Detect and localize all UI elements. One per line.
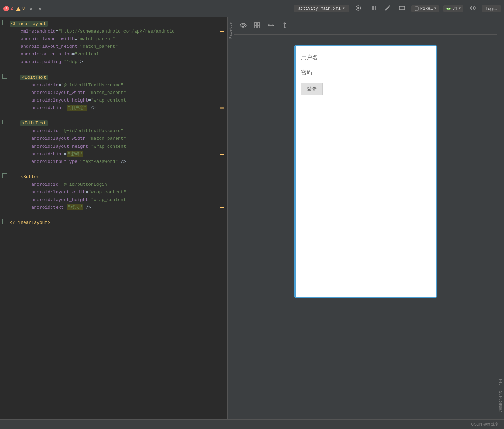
eyedropper-button[interactable]: [382, 3, 393, 14]
attr-value: "wrap_content": [91, 144, 129, 149]
preview-grid-button[interactable]: [251, 20, 263, 32]
attr-value: "wrap_content": [91, 197, 129, 202]
preview-username-input[interactable]: [301, 53, 430, 62]
fold-icon[interactable]: -: [2, 173, 7, 178]
line-content: android:layout_height="wrap_content": [10, 97, 227, 104]
design-mode-button[interactable]: [353, 3, 364, 14]
watermark: CSDN @修炼室: [471, 422, 498, 427]
attr-value: "match_parent": [88, 90, 126, 95]
svg-rect-15: [257, 23, 260, 25]
preview-vertical-button[interactable]: [279, 20, 290, 32]
attr-name: android:id: [31, 82, 58, 88]
code-editor[interactable]: - <LinearLayout xmlns:android="http://sc…: [0, 17, 227, 419]
eye-preview-icon: [240, 22, 247, 29]
code-line: android:layout_width="match_parent": [0, 35, 227, 43]
file-tab[interactable]: activity_main.xml ▼: [294, 5, 349, 12]
fold-gutter[interactable]: -: [0, 173, 10, 178]
attr-name: android:layout_height: [31, 197, 88, 202]
warning-badge: 8: [16, 6, 25, 11]
attr-value: "vertical": [75, 52, 102, 57]
svg-rect-16: [254, 26, 257, 28]
code-line: android:layout_height="wrap_content": [0, 143, 227, 150]
error-icon: !: [3, 6, 9, 11]
attr-value: "match_parent": [88, 136, 126, 141]
tag-highlight: <LinearLayout: [10, 21, 48, 27]
line-content: android:id="@+id/editTextPassword": [10, 127, 227, 135]
line-content: android:text="登录" />: [10, 204, 227, 211]
file-tab-dropdown-icon: ▼: [343, 7, 345, 10]
grid-icon: [254, 22, 260, 29]
fold-gutter[interactable]: -: [0, 20, 10, 25]
preview-password-input[interactable]: [301, 68, 430, 77]
fold-gutter[interactable]: -: [0, 120, 10, 124]
toolbar-left: ! 2 8 ∧ ∨: [3, 5, 294, 12]
line-content: android:layout_width="match_parent": [10, 135, 227, 142]
right-panel: Component Tree: [497, 17, 504, 419]
line-content: android:id="@+id/buttonLogin": [10, 181, 227, 189]
attr-name: android:layout_width: [20, 36, 75, 42]
margin-indicator: [220, 108, 224, 109]
horizontal-arrows-icon: [267, 22, 274, 29]
line-content: android:inputType="textPassword" />: [10, 158, 227, 166]
eye-icon: [470, 5, 476, 11]
code-line: android:inputType="textPassword" />: [0, 158, 227, 166]
preview-eye-button[interactable]: [238, 20, 249, 32]
attr-name: android:id: [31, 182, 58, 187]
component-tree-label: Component Tree: [499, 378, 503, 412]
main-toolbar: ! 2 8 ∧ ∨ activity_main.xml ▼: [0, 0, 504, 17]
eyedropper-icon: [384, 5, 391, 11]
line-content: <EditText: [10, 74, 227, 81]
viewport-button[interactable]: [397, 3, 407, 14]
preview-horizontal-button[interactable]: [265, 20, 276, 32]
code-line: - <EditText: [0, 74, 227, 81]
preview-content: 登录: [234, 35, 497, 419]
attr-name: xmlns:android: [20, 29, 55, 34]
main-area: - <LinearLayout xmlns:android="http://sc…: [0, 17, 504, 419]
code-line: xmlns:android="http://schemas.android.co…: [0, 28, 227, 35]
attr-name: android:id: [31, 128, 58, 133]
svg-point-9: [449, 8, 450, 9]
palette-sidebar: Palette: [227, 17, 234, 419]
api-selector[interactable]: 34 ▼: [443, 5, 463, 12]
code-line: android:layout_width="match_parent": [0, 89, 227, 97]
margin-indicator: [220, 154, 224, 155]
device-selector[interactable]: Pixel ▼: [411, 5, 439, 12]
code-line: android:id="@+id/editTextPassword": [0, 127, 227, 135]
fold-icon[interactable]: -: [2, 120, 7, 124]
toolbar-right: activity_main.xml ▼: [294, 3, 501, 14]
api-label: 34: [452, 6, 457, 11]
fold-icon[interactable]: -: [2, 219, 7, 224]
attr-value: "@+id/editTextUsername": [61, 82, 123, 88]
code-line: [0, 66, 227, 74]
fold-gutter[interactable]: -: [0, 74, 10, 79]
svg-point-7: [416, 10, 417, 10]
attr-name: android:layout_height: [31, 144, 88, 149]
code-line: - <LinearLayout: [0, 20, 227, 28]
fold-icon[interactable]: -: [2, 74, 7, 79]
code-line: android:layout_width="wrap_content": [0, 189, 227, 196]
code-line: android:orientation="vertical": [0, 51, 227, 58]
line-content: [10, 66, 227, 74]
preview-login-button[interactable]: 登录: [301, 83, 323, 95]
android-icon: [446, 6, 451, 11]
line-content: android:id="@+id/editTextUsername": [10, 81, 227, 89]
fold-icon[interactable]: -: [2, 20, 7, 25]
attr-name: android:inputType: [31, 159, 77, 164]
attr-name: android:layout_height: [20, 44, 77, 49]
login-button[interactable]: Logi...: [482, 5, 501, 12]
nav-up-button[interactable]: ∧: [28, 5, 34, 12]
code-line: android:layout_height="match_parent": [0, 43, 227, 51]
line-content: <LinearLayout: [10, 20, 227, 28]
svg-point-1: [357, 7, 359, 9]
accessibility-button[interactable]: [468, 3, 478, 14]
api-dropdown-icon: ▼: [459, 7, 461, 10]
error-badge: ! 2: [3, 6, 13, 11]
attr-name: android:layout_width: [31, 190, 85, 195]
warning-count: 8: [22, 6, 25, 11]
attr-value: "wrap_content": [88, 190, 126, 195]
line-content: [10, 211, 227, 219]
nav-down-button[interactable]: ∨: [37, 5, 43, 12]
phone-preview: 登录: [294, 45, 437, 298]
split-mode-button[interactable]: [368, 3, 378, 14]
attr-name: android:layout_height: [31, 98, 88, 103]
